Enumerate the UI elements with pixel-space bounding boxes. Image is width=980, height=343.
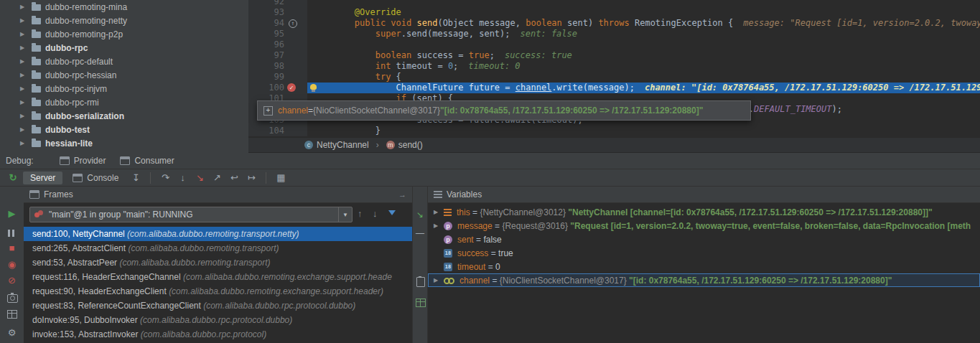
breakpoint-icon[interactable]: ✓	[287, 83, 296, 92]
stack-frame-row[interactable]: send:265, AbstractClient (com.alibaba.du…	[24, 241, 412, 255]
code-text[interactable]: super.send(message, sent);sent: false	[307, 29, 980, 39]
project-tree-list: ▶dubbo-remoting-mina▶dubbo-remoting-nett…	[0, 0, 248, 150]
copy-stack-icon[interactable]	[416, 277, 425, 287]
expand-arrow-icon[interactable]: ▶	[434, 209, 444, 215]
expand-arrow-icon[interactable]: ▶	[20, 31, 30, 37]
expand-arrow-icon[interactable]: ▶	[434, 222, 444, 229]
previous-frame-icon[interactable]: ↑	[358, 208, 363, 219]
step-into-icon[interactable]: ↓	[174, 172, 191, 183]
stack-frame-row[interactable]: request:116, HeaderExchangeChannel (com.…	[24, 270, 412, 284]
code-text[interactable]	[307, 0, 980, 7]
debugger-value-tooltip[interactable]: + channel = {NioClientSocketChannel@3017…	[257, 100, 751, 121]
code-text[interactable]: int timeout = 0;timeout: 0	[307, 61, 980, 72]
code-text[interactable]: try {	[307, 72, 980, 83]
stack-frame-row[interactable]: invoke:153, AbstractInvoker (com.alibaba…	[24, 327, 412, 342]
tree-item[interactable]: ▶dubbo-remoting-mina	[0, 0, 248, 14]
resume-icon[interactable]: ▶	[0, 208, 24, 219]
splitter-handle-icon[interactable]: —	[413, 228, 427, 238]
mute-breakpoints-icon[interactable]: ⊘	[0, 275, 24, 286]
tree-item[interactable]: ▶dubbo-rpc-default	[0, 55, 248, 68]
expand-arrow-icon[interactable]: ▶	[20, 99, 30, 105]
override-marker-icon[interactable]: ↑	[289, 19, 297, 28]
stack-frame-row[interactable]: doInvoke:95, DubboInvoker (com.alibaba.d…	[24, 313, 412, 327]
filter-frames-icon[interactable]	[388, 210, 396, 215]
pause-icon[interactable]	[8, 230, 10, 237]
variable-row[interactable]: 18success = true	[428, 246, 980, 260]
restore-layout-icon[interactable]: ▦	[272, 172, 289, 183]
layout-settings-icon[interactable]	[7, 310, 17, 319]
next-frame-icon[interactable]: ↓	[373, 208, 378, 219]
stack-frame-row[interactable]: request:83, ReferenceCountExchangeClient…	[24, 299, 412, 313]
intention-bulb-icon[interactable]	[310, 84, 317, 90]
gutter[interactable]: 104	[248, 126, 307, 136]
tab-provider[interactable]: Provider	[52, 153, 113, 169]
jump-to-frame-icon[interactable]: →	[398, 190, 406, 199]
code-text[interactable]: @Override	[307, 7, 980, 18]
gutter[interactable]: 92	[248, 0, 307, 7]
line-number: 104	[248, 126, 284, 136]
code-text[interactable]: }	[307, 126, 980, 136]
breadcrumb-class[interactable]: NettyChannel	[317, 140, 369, 150]
drop-frame-icon[interactable]: ↩	[225, 172, 243, 183]
equals-sign: =	[490, 276, 500, 286]
stack-frame-row[interactable]: send:53, AbstractPeer (com.alibaba.dubbo…	[24, 255, 412, 270]
rerun-icon[interactable]: ↻	[4, 172, 22, 183]
expand-arrow-icon[interactable]: ▶	[20, 140, 30, 146]
expand-arrow-icon[interactable]: ▶	[20, 72, 30, 78]
step-over-icon[interactable]: ↷	[157, 172, 174, 183]
view-breakpoints-icon[interactable]: ◉	[0, 259, 24, 270]
force-step-into-icon[interactable]: ↘	[191, 172, 208, 183]
tree-item[interactable]: ▶dubbo-rpc	[0, 41, 248, 55]
expand-arrow-icon[interactable]: ▶	[20, 4, 30, 10]
tree-item[interactable]: ▶dubbo-serialization	[0, 109, 248, 123]
tab-consumer[interactable]: Consumer	[113, 153, 181, 169]
settings-gear-icon[interactable]: ⚙	[0, 327, 24, 338]
gutter[interactable]: 93	[248, 7, 307, 18]
code-text[interactable]	[307, 39, 980, 50]
code-text[interactable]: public void send(Object message, boolean…	[307, 18, 980, 29]
variable-row[interactable]: ▶channel = {NioClientSocketChannel@3017}…	[428, 273, 980, 287]
gutter[interactable]: 99	[248, 72, 307, 83]
expand-arrow-icon[interactable]: ▶	[20, 17, 30, 24]
gutter[interactable]: 100✓	[248, 83, 307, 93]
gutter[interactable]: 95	[248, 29, 307, 39]
code-text[interactable]: boolean success = true;success: true	[307, 50, 980, 61]
tree-item[interactable]: ▶dubbo-rpc-injvm	[0, 82, 248, 95]
tree-item[interactable]: ▶dubbo-remoting-p2p	[0, 27, 248, 41]
breadcrumb-method[interactable]: send()	[398, 140, 423, 150]
variable-row[interactable]: psent = false	[428, 232, 980, 246]
thread-selector[interactable]: "main"@1 in group "main": RUNNING ▼	[29, 207, 353, 222]
expand-arrow-icon[interactable]: ▶	[20, 126, 30, 133]
variable-row[interactable]: ▶this = {NettyChannel@3012} "NettyChanne…	[428, 205, 980, 219]
expand-arrow-icon[interactable]: ▶	[434, 277, 444, 283]
tab-server[interactable]: Server	[23, 172, 62, 184]
gutter[interactable]: 96	[248, 39, 307, 50]
expand-arrow-icon[interactable]: ▶	[20, 44, 30, 51]
gutter[interactable]: 98	[248, 61, 307, 72]
watches-view-icon[interactable]	[416, 299, 426, 307]
code-text[interactable]: ChannelFuture future = channel.write(mes…	[307, 83, 980, 93]
gutter[interactable]: 94↑	[248, 18, 307, 29]
run-to-cursor-icon[interactable]: ↦	[243, 172, 260, 183]
hide-frames-icon[interactable]: ↘	[413, 210, 427, 220]
stop-icon[interactable]: ■	[0, 243, 24, 253]
variable-row[interactable]: ▶pmessage = {Request@3016} "Request [id=…	[428, 219, 980, 232]
stack-frame-row[interactable]: request:90, HeaderExchangeClient (com.al…	[24, 284, 412, 299]
step-out-icon[interactable]: ↗	[208, 172, 225, 183]
expand-arrow-icon[interactable]: ▶	[20, 58, 30, 65]
tree-item[interactable]: ▶dubbo-rpc-hessian	[0, 68, 248, 82]
expand-arrow-icon[interactable]: ▶	[20, 85, 30, 92]
variable-row[interactable]: 18timeout = 0	[428, 260, 980, 273]
dropdown-arrow-icon[interactable]: ▼	[338, 207, 352, 222]
expand-arrow-icon[interactable]: ▶	[20, 113, 30, 119]
tree-item[interactable]: ▶hessian-lite	[0, 136, 248, 150]
show-execution-point-icon[interactable]: ↧	[127, 172, 144, 183]
stack-frame-row[interactable]: send:100, NettyChannel (com.alibaba.dubb…	[24, 227, 412, 241]
tree-item[interactable]: ▶dubbo-test	[0, 123, 248, 136]
thread-dump-icon[interactable]	[7, 294, 18, 303]
expand-value-icon[interactable]: +	[263, 106, 273, 116]
tree-item[interactable]: ▶dubbo-remoting-netty	[0, 14, 248, 27]
tree-item[interactable]: ▶dubbo-rpc-rmi	[0, 95, 248, 109]
tab-console[interactable]: Console	[65, 172, 126, 184]
gutter[interactable]: 97	[248, 50, 307, 61]
